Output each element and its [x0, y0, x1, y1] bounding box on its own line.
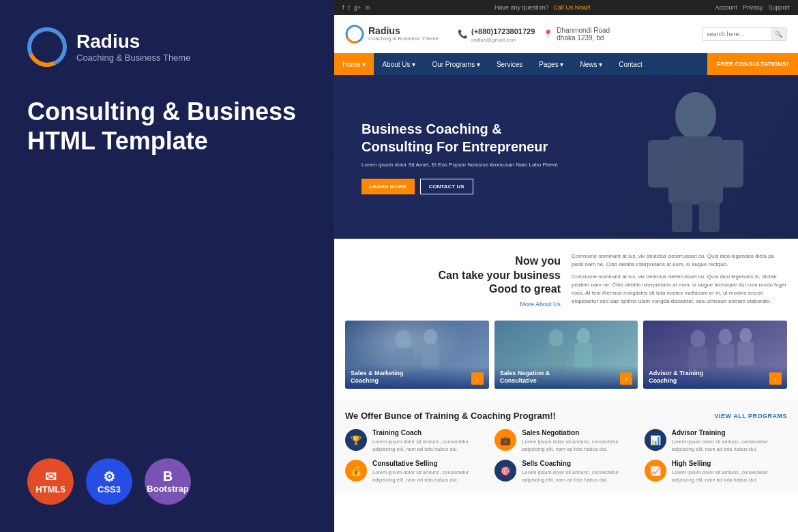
- about-more-link[interactable]: More About Us: [345, 301, 561, 308]
- card-arrow-2[interactable]: ›: [620, 372, 632, 385]
- svg-rect-8: [672, 201, 692, 232]
- nav-services[interactable]: Services: [488, 53, 531, 75]
- account-link[interactable]: Account: [715, 4, 737, 11]
- advisor-training-title: Advisor Training: [672, 429, 787, 437]
- address-details: Dhanmondi Road dhaka 1239, bd: [557, 27, 610, 42]
- call-us-link[interactable]: Call Us Now!!: [553, 4, 591, 11]
- privacy-link[interactable]: Privacy: [743, 4, 763, 11]
- html5-badge: ✉ HTML5: [27, 458, 74, 505]
- sells-coaching-icon: 🎯: [494, 460, 516, 482]
- social-gplus[interactable]: g+: [354, 4, 361, 11]
- header-email: radius@gmail.com: [471, 37, 535, 43]
- logo-icon: [27, 27, 67, 67]
- advisor-training-text: Advisor Training Lorem ipsum dolor sit a…: [672, 429, 787, 453]
- navbar: Home ▾ About Us ▾ Our Programs ▾ Service…: [334, 53, 798, 75]
- hero-title: Business Coaching &Consulting For Entrep…: [361, 120, 558, 156]
- phone-details: (+880)1723801729 radius@gmail.com: [471, 25, 535, 43]
- card-arrow-3[interactable]: ›: [769, 372, 782, 385]
- card-overlay-1: Sales & MarketingCoaching ›: [345, 366, 489, 389]
- consultative-selling-text: Consultative Selling Lorem ipsum dolor s…: [372, 460, 488, 484]
- svg-rect-9: [699, 201, 720, 232]
- header-phone: 📞 (+880)1723801729 radius@gmail.com: [458, 25, 535, 43]
- left-panel: Radius Coaching & Business Theme Consult…: [0, 0, 334, 532]
- hero-content: Business Coaching &Consulting For Entrep…: [361, 120, 558, 194]
- programs-header: We Offer Bunce of Training & Coaching Pr…: [345, 411, 787, 421]
- social-facebook[interactable]: f: [342, 4, 344, 11]
- svg-rect-6: [648, 140, 672, 188]
- nav-pages[interactable]: Pages ▾: [531, 53, 572, 75]
- sales-negotiation-desc: Lorem ipsum dolor sit amtunc, consectetu…: [522, 439, 637, 453]
- address-line2: dhaka 1239, bd: [557, 34, 610, 42]
- card-2[interactable]: Sales Negation &Consultative ›: [494, 321, 638, 389]
- nav-home[interactable]: Home ▾: [334, 53, 374, 75]
- svg-rect-21: [717, 344, 735, 368]
- consultative-selling-desc: Lorem ipsum dolor sit amtunc, consectetu…: [372, 469, 488, 484]
- svg-rect-23: [738, 342, 754, 366]
- programs-grid: 🏆 Training Coach Lorem ipsum dolor sit a…: [345, 429, 787, 484]
- card-arrow-1[interactable]: ›: [471, 372, 484, 385]
- nav-news[interactable]: News ▾: [572, 53, 610, 75]
- search-input[interactable]: [703, 28, 771, 40]
- program-advisor-training: 📊 Advisor Training Lorem ipsum dolor sit…: [645, 429, 787, 453]
- location-icon: 📍: [543, 29, 553, 39]
- svg-point-4: [675, 92, 716, 140]
- header-search[interactable]: 🔍: [702, 27, 787, 41]
- training-coach-title: Training Coach: [372, 429, 488, 437]
- nav-programs[interactable]: Our Programs ▾: [424, 53, 488, 75]
- consultative-selling-title: Consultative Selling: [372, 460, 488, 467]
- about-heading: Now youCan take your businessGood to gre…: [345, 254, 561, 297]
- search-button[interactable]: 🔍: [771, 28, 786, 40]
- topbar-social: f t g+ in: [342, 4, 370, 11]
- card-overlay-2: Sales Negation &Consultative ›: [494, 366, 638, 389]
- advisor-training-icon: 📊: [645, 429, 666, 451]
- view-all-programs-link[interactable]: VIEW ALL PROGRAMS: [714, 413, 787, 419]
- phone-icon: 📞: [458, 29, 468, 39]
- programs-title: We Offer Bunce of Training & Coaching Pr…: [345, 411, 556, 421]
- svg-point-10: [395, 330, 411, 349]
- high-selling-icon: 📈: [645, 460, 666, 482]
- learn-more-button[interactable]: LEARN MORE: [361, 179, 415, 194]
- header: Radius Coaching & Business Theme 📞 (+880…: [334, 15, 798, 53]
- card-3[interactable]: Advisor & TrainingCoaching ›: [643, 321, 787, 389]
- hero-buttons: LEARN MORE CONTACT US: [361, 179, 558, 194]
- social-linkedin[interactable]: in: [365, 4, 370, 11]
- nav-cta-button[interactable]: FREE CONSULTATIONS!: [707, 53, 798, 75]
- address-line1: Dhanmondi Road: [557, 27, 610, 34]
- css3-badge: ⚙ CSS3: [86, 458, 132, 505]
- card-1[interactable]: Sales & MarketingCoaching ›: [345, 321, 489, 389]
- header-contact: 📞 (+880)1723801729 radius@gmail.com 📍 Dh…: [458, 25, 694, 43]
- nav-about[interactable]: About Us ▾: [374, 53, 424, 75]
- hero-image: [607, 75, 784, 239]
- card-label-2: Sales Negation &Consultative: [500, 370, 550, 385]
- sales-negotiation-title: Sales Negotiation: [522, 429, 637, 437]
- svg-point-22: [740, 328, 752, 343]
- about-para2: Commune nominant at ius, vix delectus de…: [572, 273, 787, 306]
- about-section: Now youCan take your businessGood to gre…: [334, 239, 798, 321]
- social-twitter[interactable]: t: [349, 4, 351, 11]
- support-link[interactable]: Support: [768, 4, 790, 11]
- badge-area: ✉ HTML5 ⚙ CSS3 B Bootstrap: [27, 458, 191, 505]
- program-training-coach: 🏆 Training Coach Lorem ipsum dolor sit a…: [345, 429, 488, 453]
- consultative-selling-icon: 💰: [345, 460, 367, 482]
- sells-coaching-title: Sells Coaching: [522, 460, 637, 467]
- svg-point-16: [576, 328, 590, 344]
- svg-point-12: [424, 329, 437, 345]
- nav-contact[interactable]: Contact: [610, 53, 650, 75]
- header-logo-text-block: Radius Coaching & Business Theme: [368, 26, 439, 42]
- high-selling-text: High Selling Lorem ipsum dolor sit amtun…: [672, 460, 787, 484]
- sells-coaching-desc: Lorem ipsum dolor sit amtunc, consectetu…: [522, 469, 637, 484]
- header-logo-name: Radius: [368, 26, 439, 35]
- svg-rect-17: [574, 343, 592, 368]
- logo-area: Radius Coaching & Business Theme: [27, 27, 307, 67]
- contact-us-button[interactable]: CONTACT US: [420, 179, 473, 194]
- right-panel: f t g+ in Have any question? Call Us Now…: [334, 0, 798, 532]
- header-logo-icon: [345, 25, 364, 44]
- svg-point-18: [691, 330, 706, 348]
- main-title: Consulting & Business HTML Template: [27, 97, 307, 156]
- bootstrap-badge: B Bootstrap: [145, 458, 191, 505]
- svg-point-14: [548, 329, 563, 347]
- training-coach-icon: 🏆: [345, 429, 367, 451]
- high-selling-title: High Selling: [672, 460, 787, 467]
- sales-negotiation-text: Sales Negotiation Lorem ipsum dolor sit …: [522, 429, 637, 453]
- logo-text: Radius Coaching & Business Theme: [76, 31, 190, 63]
